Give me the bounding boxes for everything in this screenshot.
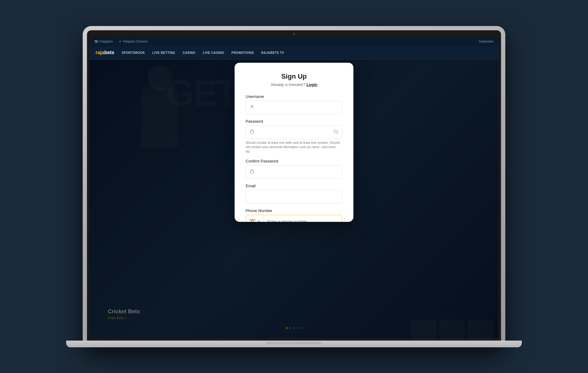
- logo-part1: raja: [96, 50, 104, 55]
- svg-point-0: [251, 105, 253, 106]
- logo-part2: bets: [104, 50, 114, 55]
- password-input[interactable]: [257, 130, 334, 134]
- login-link[interactable]: Login: [307, 82, 317, 87]
- modal-title: Sign Up: [246, 73, 342, 80]
- nav-live-betting[interactable]: LIVE BETTING: [153, 51, 175, 54]
- email-label: Email: [246, 184, 342, 188]
- svg-rect-1: [250, 131, 254, 133]
- country-selector[interactable]: ▼: [246, 215, 264, 222]
- instagram-icon: 📷: [94, 40, 98, 43]
- top-social-bar: 📷 Instagram ✈ Telegram Channel September: [89, 37, 499, 46]
- user-icon: [250, 104, 254, 110]
- confirm-password-label: Confirm Password: [246, 159, 342, 163]
- country-dropdown-arrow: ▼: [258, 220, 260, 222]
- laptop-screen: 📷 Instagram ✈ Telegram Channel September: [89, 37, 499, 338]
- nav-rajabets-tv[interactable]: RAJABETS TV: [261, 51, 284, 54]
- site-logo[interactable]: rajabets: [96, 50, 114, 55]
- confirm-password-input[interactable]: [257, 170, 338, 174]
- telegram-label: Telegram Channel: [123, 40, 147, 43]
- confirm-password-group: Confirm Password: [246, 159, 342, 179]
- svg-rect-3: [250, 171, 254, 173]
- username-input[interactable]: [258, 105, 338, 110]
- flag-chakra: [251, 220, 254, 222]
- toggle-password-icon[interactable]: [334, 129, 338, 135]
- phone-input[interactable]: [264, 219, 342, 222]
- instagram-link[interactable]: 📷 Instagram: [94, 40, 113, 43]
- username-group: Username: [246, 94, 342, 114]
- instagram-label: Instagram: [99, 40, 113, 43]
- already-member-text: Already a member?: [271, 82, 305, 87]
- site-header: rajabets SPORTSBOOK LIVE BETTING CASINO …: [89, 46, 499, 60]
- password-label: Password: [246, 119, 342, 124]
- phone-input-wrapper: ▼: [246, 215, 342, 222]
- email-group: Email: [246, 184, 342, 203]
- flag-white-stripe: [249, 220, 255, 222]
- laptop-hinge: [266, 342, 322, 346]
- site-hero: GET Cricket Bets Enter Bets >: [89, 60, 499, 338]
- confirm-password-input-wrapper: [246, 165, 342, 179]
- modal-overlay: × Sign Up Already a member? Login: [89, 60, 499, 338]
- date-display: September: [479, 40, 494, 43]
- lock-icon: [250, 129, 254, 135]
- date-label: September: [479, 40, 494, 43]
- laptop-camera: [293, 33, 295, 35]
- password-group: Password: [246, 119, 342, 154]
- screen-bezel: 📷 Instagram ✈ Telegram Channel September: [87, 30, 501, 341]
- username-input-wrapper: [246, 101, 342, 114]
- site-background: 📷 Instagram ✈ Telegram Channel September: [89, 37, 499, 338]
- email-input[interactable]: [250, 194, 338, 199]
- modal-subtitle: Already a member? Login: [246, 82, 342, 87]
- telegram-link[interactable]: ✈ Telegram Channel: [119, 40, 147, 43]
- nav-sportsbook[interactable]: SPORTSBOOK: [122, 51, 145, 54]
- password-hint: Should contain at least one letter and a…: [246, 140, 342, 154]
- username-label: Username: [246, 94, 342, 99]
- lock-confirm-icon: [250, 169, 254, 175]
- email-input-wrapper: [246, 190, 342, 203]
- laptop-shell: 📷 Instagram ✈ Telegram Channel September: [83, 26, 505, 347]
- password-input-wrapper: [246, 125, 342, 139]
- nav-live-casino[interactable]: LIVE CASINO: [203, 51, 224, 54]
- laptop-base: [66, 341, 522, 347]
- nav-promotions[interactable]: PROMOTIONS: [232, 51, 254, 54]
- nav-casino[interactable]: CASINO: [183, 51, 195, 54]
- telegram-icon: ✈: [119, 40, 121, 43]
- signup-modal: × Sign Up Already a member? Login: [235, 63, 353, 222]
- india-flag: [249, 219, 256, 222]
- phone-label: Phone Number: [246, 208, 342, 213]
- phone-group: Phone Number: [246, 208, 342, 222]
